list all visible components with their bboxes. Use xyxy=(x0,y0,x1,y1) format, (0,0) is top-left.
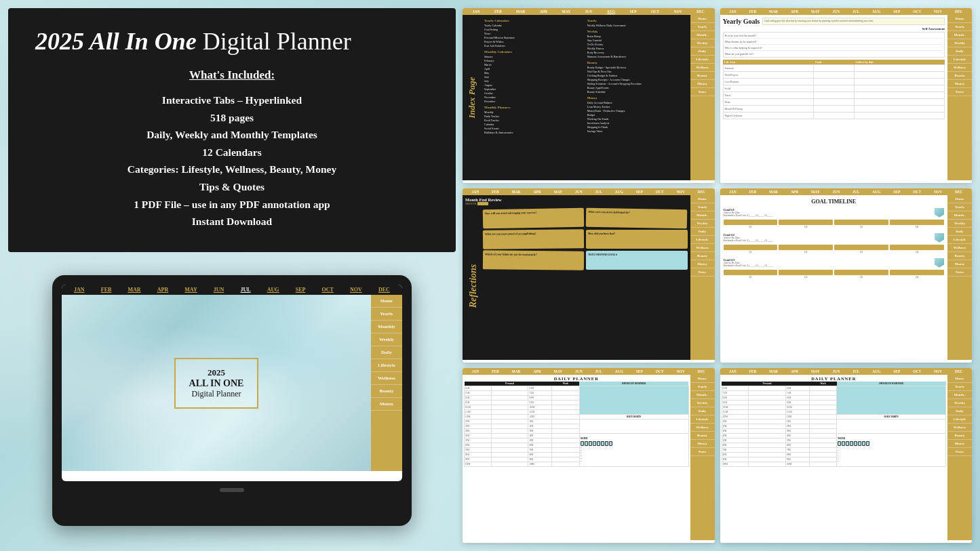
sidebar-daily[interactable]: Daily xyxy=(690,228,715,236)
sidebar-tab-money[interactable]: Money xyxy=(371,398,402,411)
month-jul[interactable]: JUL xyxy=(241,287,251,293)
tablet-month-nav[interactable]: JAN FEB MAR APR MAY JUN JUL AUG SEP OCT … xyxy=(62,285,402,295)
sidebar-notes[interactable]: Notes xyxy=(947,448,972,456)
sidebar-notes[interactable]: Notes xyxy=(947,268,972,277)
month-apr[interactable]: APR xyxy=(157,287,168,293)
water-glass xyxy=(846,441,849,446)
tablet-home-button[interactable] xyxy=(220,488,244,492)
sidebar-tab-weekly[interactable]: Weekly xyxy=(371,333,402,346)
sidebar-wellness[interactable]: Wellness xyxy=(690,244,715,252)
goal3-q1-bar xyxy=(724,270,778,275)
month-jun[interactable]: JUN xyxy=(214,287,224,293)
sidebar-weekly[interactable]: Weekly xyxy=(947,399,972,407)
sidebar-money[interactable]: Money xyxy=(947,80,972,88)
sidebar-daily[interactable]: Daily xyxy=(947,47,972,56)
sidebar-home[interactable]: Home xyxy=(947,15,972,23)
month-mar[interactable]: MAR xyxy=(128,287,140,293)
sidebar-lifestyle[interactable]: Lifestyle xyxy=(690,415,715,424)
month-feb[interactable]: FEB xyxy=(101,287,112,293)
sidebar-weekly[interactable]: Weekly xyxy=(690,39,715,47)
sidebar-home[interactable]: Home xyxy=(690,15,715,23)
daily-planner-2-preview: JANFEBMARAPRMAYJUNJULAUGSEPOCTNOVDEC DAI… xyxy=(720,368,973,543)
sidebar-yearly[interactable]: Yearly xyxy=(947,23,972,31)
month-oct[interactable]: OCT xyxy=(322,287,334,293)
sidebar-weekly[interactable]: Weekly xyxy=(690,220,715,228)
sidebar-tab-home[interactable]: Home xyxy=(371,295,402,308)
sidebar-lifestyle[interactable]: Lifestyle xyxy=(690,56,715,64)
sidebar-monthly[interactable]: Month.. xyxy=(947,211,972,220)
sidebar-money[interactable]: Money xyxy=(690,80,715,88)
goal-timeline-preview: JANFEBMARAPRMAYJUNJULAUGSEPOCTNOVDEC GOA… xyxy=(720,188,973,363)
sidebar-wellness[interactable]: Wellness xyxy=(947,424,972,432)
sidebar-yearly[interactable]: Yearly xyxy=(947,203,972,211)
sidebar-home[interactable]: Home xyxy=(947,375,972,383)
goal2-q3-label: Q3 xyxy=(834,251,888,253)
sidebar-lifestyle[interactable]: Lifestyle xyxy=(947,56,972,64)
sidebar-notes[interactable]: Notes xyxy=(690,268,715,277)
sidebar-daily[interactable]: Daily xyxy=(947,407,972,415)
sidebar-tab-yearly[interactable]: Yearly xyxy=(371,308,402,321)
sidebar-monthly[interactable]: Month.. xyxy=(947,391,972,399)
sidebar-daily[interactable]: Daily xyxy=(947,228,972,236)
sidebar-daily[interactable]: Daily xyxy=(690,47,715,56)
sidebar-notes[interactable]: Notes xyxy=(690,88,715,96)
sidebar-money[interactable]: Money xyxy=(690,440,715,448)
sidebar-beauty[interactable]: Beauty xyxy=(690,72,715,80)
sidebar-money[interactable]: Money xyxy=(947,260,972,268)
goal3-q4-label: Q4 xyxy=(890,276,944,279)
sidebar-beauty[interactable]: Beauty xyxy=(690,432,715,440)
sidebar-beauty[interactable]: Beauty xyxy=(690,252,715,260)
sidebar-weekly[interactable]: Weekly xyxy=(947,220,972,228)
month-may[interactable]: MAY xyxy=(184,287,197,293)
sidebar-notes[interactable]: Notes xyxy=(690,448,715,456)
sidebar-weekly[interactable]: Weekly xyxy=(947,39,972,47)
water-glass xyxy=(858,441,861,446)
sidebar-monthly[interactable]: Month.. xyxy=(690,391,715,399)
feature-item: Instant Download xyxy=(35,213,429,230)
month-jan[interactable]: JAN xyxy=(74,287,85,293)
month-aug[interactable]: AUG xyxy=(267,287,279,293)
beauty-items: Beauty Budget - Specialist ReviewsNail T… xyxy=(587,66,688,94)
goal3-q4-bar xyxy=(890,270,944,275)
month-dec[interactable]: DEC xyxy=(378,287,390,293)
sidebar-beauty[interactable]: Beauty xyxy=(947,252,972,260)
sidebar-tab-wellness[interactable]: Wellness xyxy=(371,372,402,385)
daily2-content: DAILY PLANNER Personal Work IMPORTANT RE… xyxy=(720,375,948,540)
sidebar-yearly[interactable]: Yearly xyxy=(690,383,715,391)
sidebar-home[interactable]: Home xyxy=(690,375,715,383)
sidebar-lifestyle[interactable]: Lifestyle xyxy=(947,236,972,244)
sidebar-monthly[interactable]: Month.. xyxy=(690,211,715,220)
sidebar-daily[interactable]: Daily xyxy=(690,407,715,415)
sidebar-yearly[interactable]: Yearly xyxy=(690,23,715,31)
sidebar-monthly[interactable]: Month.. xyxy=(947,31,972,39)
sidebar-lifestyle[interactable]: Lifestyle xyxy=(690,236,715,244)
sidebar-wellness[interactable]: Wellness xyxy=(690,64,715,72)
goal2-q4-bar xyxy=(890,245,944,250)
sidebar-yearly[interactable]: Yearly xyxy=(690,203,715,211)
month-sep[interactable]: SEP xyxy=(296,287,306,293)
sidebar-weekly[interactable]: Weekly xyxy=(690,399,715,407)
sidebar-tab-beauty[interactable]: Beauty xyxy=(371,385,402,398)
table-row: 1PM1PM xyxy=(722,420,946,424)
sidebar-tab-monthly[interactable]: Monthly xyxy=(371,321,402,333)
month-nov[interactable]: NOV xyxy=(350,287,362,293)
sidebar-lifestyle[interactable]: Lifestyle xyxy=(947,415,972,424)
sidebar-money[interactable]: Money xyxy=(690,260,715,268)
sidebar-money[interactable]: Money xyxy=(947,440,972,448)
sidebar-monthly[interactable]: Month.. xyxy=(690,31,715,39)
sidebar-tab-lifestyle[interactable]: Lifestyle xyxy=(371,359,402,372)
sidebar-home[interactable]: Home xyxy=(947,195,972,203)
water-glass xyxy=(838,441,841,446)
sidebar-beauty[interactable]: Beauty xyxy=(947,432,972,440)
sidebar-wellness[interactable]: Wellness xyxy=(690,424,715,432)
sidebar-wellness[interactable]: Wellness xyxy=(947,64,972,72)
daily2-body: DAILY PLANNER Personal Work IMPORTANT RE… xyxy=(720,375,973,540)
sidebar-yearly[interactable]: Yearly xyxy=(947,383,972,391)
sidebar-home[interactable]: Home xyxy=(690,195,715,203)
sidebar-tab-daily[interactable]: Daily xyxy=(371,346,402,359)
daily1-table: Personal Work IMPORTANT REMINDER 6AM6AM … xyxy=(464,382,689,467)
features-list: Interactive Tabs – Hyperlinked 518 pages… xyxy=(35,91,429,230)
sidebar-notes[interactable]: Notes xyxy=(947,88,972,96)
sidebar-beauty[interactable]: Beauty xyxy=(947,72,972,80)
sidebar-wellness[interactable]: Wellness xyxy=(947,244,972,252)
